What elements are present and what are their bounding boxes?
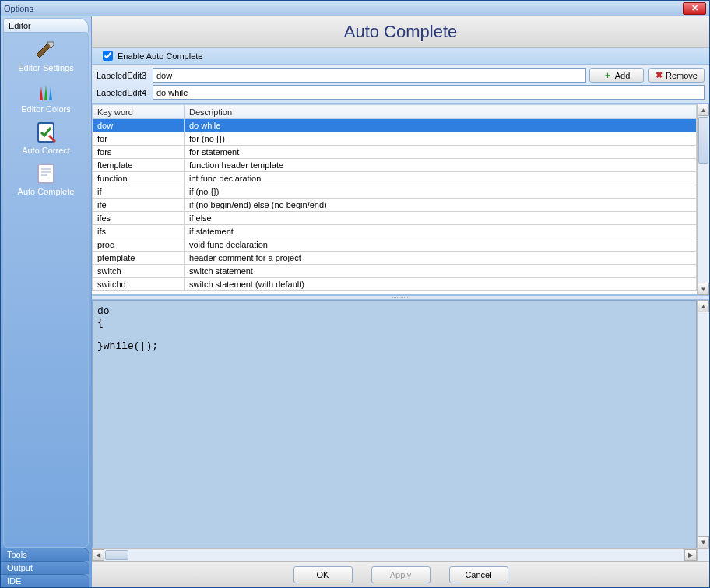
col-keyword[interactable]: Key word [93,105,185,119]
button-label: Add [615,71,631,80]
sidebar-tab-editor[interactable]: Editor [3,18,89,32]
plus-icon: ＋ [603,69,612,81]
table-row[interactable]: switchdswitch statement (with default) [93,278,697,291]
scroll-up-icon[interactable]: ▲ [698,104,709,116]
button-label: Apply [390,570,412,579]
close-icon: ✕ [691,3,698,13]
hammer-icon [33,37,58,62]
cell-description: do while [185,119,697,132]
button-label: Remove [666,71,698,80]
table-row[interactable]: ptemplateheader comment for a project [93,252,697,265]
table-row[interactable]: functionint func declaration [93,172,697,185]
sidebar-tab-label: IDE [7,576,21,586]
scroll-down-icon[interactable]: ▼ [698,536,709,548]
edit3-label: LabeledEdit3 [97,71,149,80]
titlebar[interactable]: Options ✕ [1,1,709,16]
table-row[interactable]: ifesif else [93,212,697,225]
cell-description: if else [185,212,697,225]
cell-description: if (no {}) [185,185,697,199]
sidebar-tab-output[interactable]: Output [1,561,89,574]
cell-keyword: ptemplate [93,252,185,265]
table-scrollbar[interactable]: ▲ ▼ [697,104,709,295]
scroll-up-icon[interactable]: ▲ [698,300,709,312]
sidebar-item-editor-colors[interactable]: Editor Colors [4,77,88,118]
scroll-left-icon[interactable]: ◀ [92,549,104,561]
table-row[interactable]: forfor (no {}) [93,132,697,146]
add-button[interactable]: ＋ Add [589,68,644,83]
keyword-table[interactable]: Key word Description dowdo whileforfor (… [92,104,697,295]
options-window: Options ✕ Editor Editor Settings Editor … [0,0,710,588]
sidebar-item-editor-settings[interactable]: Editor Settings [4,36,88,77]
button-label: Cancel [465,570,491,579]
cell-description: for statement [185,146,697,159]
scroll-thumb[interactable] [105,550,128,560]
cell-keyword: ifs [93,225,185,238]
document-icon [33,161,58,186]
sidebar-item-label: Auto Correct [22,146,70,155]
cell-description: int func declaration [185,172,697,185]
cell-description: function header template [185,159,697,172]
table-row[interactable]: procvoid func declaration [93,238,697,252]
page-title: Auto Complete [344,22,458,42]
scroll-right-icon[interactable]: ▶ [684,549,697,561]
scroll-down-icon[interactable]: ▼ [698,283,709,295]
sidebar: Editor Editor Settings Editor Colors [1,16,92,587]
table-row[interactable]: ifif (no {}) [93,185,697,199]
cell-keyword: for [93,132,185,146]
svg-rect-1 [38,164,54,183]
main-panel: Auto Complete Enable Auto Complete Label… [92,16,709,587]
table-row[interactable]: ifsif statement [93,225,697,238]
cell-description: void func declaration [185,238,697,252]
cross-icon: ✖ [656,70,663,80]
scroll-thumb[interactable] [698,117,708,164]
sidebar-item-label: Auto Complete [18,187,75,196]
cell-description: if statement [185,225,697,238]
window-title: Options [4,4,33,13]
table-row[interactable]: forsfor statement [93,146,697,159]
cell-keyword: ife [93,199,185,212]
code-hscrollbar[interactable]: ◀ ▶ [92,548,697,561]
cell-keyword: ftemplate [93,159,185,172]
cell-keyword: switch [93,265,185,278]
dialog-buttons: OK Apply Cancel [92,561,709,587]
cell-keyword: proc [93,238,185,252]
sidebar-tab-ide[interactable]: IDE [1,574,89,587]
code-preview[interactable]: do { }while(|); [92,300,697,548]
sidebar-item-label: Editor Settings [18,63,74,72]
table-row[interactable]: ifeif (no begin/end) else (no begin/end) [93,199,697,212]
check-document-icon [33,120,58,145]
enable-label: Enable Auto Complete [118,51,202,61]
enable-checkbox[interactable] [103,51,113,61]
enable-row: Enable Auto Complete [92,48,709,65]
code-vscrollbar[interactable]: ▲ ▼ [697,300,709,548]
cell-keyword: ifes [93,212,185,225]
table-row[interactable]: ftemplatefunction header template [93,159,697,172]
sidebar-tab-label: Output [7,563,33,572]
cell-keyword: dow [93,119,185,132]
table-row[interactable]: dowdo while [93,119,697,132]
cell-description: if (no begin/end) else (no begin/end) [185,199,697,212]
cell-description: switch statement [185,265,697,278]
cell-keyword: switchd [93,278,185,291]
remove-button[interactable]: ✖ Remove [648,68,705,83]
cell-keyword: if [93,185,185,199]
cell-description: switch statement (with default) [185,278,697,291]
sidebar-tab-tools[interactable]: Tools [1,548,89,561]
ok-button[interactable]: OK [293,566,353,583]
description-input[interactable] [153,85,705,100]
sidebar-tab-label: Editor [9,21,31,30]
table-row[interactable]: switchswitch statement [93,265,697,278]
sidebar-item-auto-correct[interactable]: Auto Correct [4,118,88,160]
brushes-icon [33,79,58,104]
cancel-button[interactable]: Cancel [449,566,508,583]
sidebar-item-auto-complete[interactable]: Auto Complete [4,160,88,201]
sidebar-tab-label: Tools [7,550,27,559]
apply-button[interactable]: Apply [371,566,431,583]
cell-description: for (no {}) [185,132,697,146]
col-description[interactable]: Description [185,105,697,119]
keyword-input[interactable] [153,68,586,83]
button-label: OK [317,570,329,579]
cell-keyword: function [93,172,185,185]
close-button[interactable]: ✕ [683,2,706,15]
cell-description: header comment for a project [185,252,697,265]
